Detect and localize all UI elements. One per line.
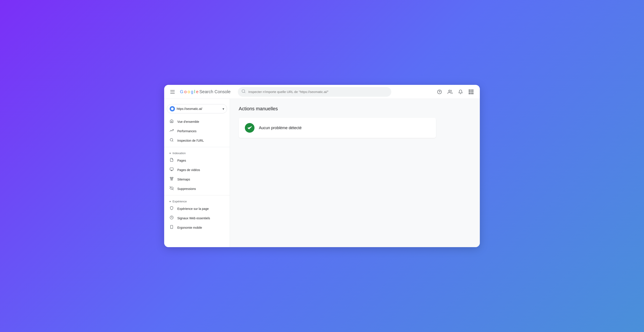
sidebar-item-suppressions-label: Suppressions bbox=[177, 187, 196, 191]
topbar-actions bbox=[435, 88, 476, 96]
sidebar-item-page-experience-label: Expérience sur la page bbox=[177, 207, 209, 210]
nav-divider-1 bbox=[164, 147, 230, 147]
account-button[interactable] bbox=[446, 88, 454, 96]
video-pages-icon bbox=[170, 167, 174, 172]
sidebar-item-url-inspection-label: Inspection de l'URL bbox=[177, 139, 204, 142]
svg-point-5 bbox=[171, 107, 174, 110]
help-button[interactable] bbox=[435, 88, 444, 96]
sidebar-item-video-pages-label: Pages de vidéos bbox=[177, 168, 200, 172]
nav-divider-2 bbox=[164, 195, 230, 195]
search-icon bbox=[241, 89, 246, 95]
sidebar-item-page-experience[interactable]: Expérience sur la page bbox=[164, 204, 227, 213]
sidebar-item-mobile[interactable]: Ergonomie mobile bbox=[164, 223, 227, 232]
experience-chevron-icon: ▾ bbox=[170, 200, 171, 203]
section-experience[interactable]: ▾ Expérience bbox=[164, 197, 230, 204]
sidebar-item-mobile-label: Ergonomie mobile bbox=[177, 226, 202, 229]
logo-o-red: o bbox=[184, 89, 187, 94]
url-inspect-input[interactable] bbox=[248, 90, 388, 94]
app-logo: Google Search Console bbox=[180, 89, 230, 94]
search-nav-icon bbox=[170, 138, 174, 143]
sidebar-item-web-vitals-label: Signaux Web essentiels bbox=[177, 216, 210, 220]
svg-point-4 bbox=[449, 90, 450, 91]
sidebar: https://seomatic.ai/ ▾ Vue d'ensemble bbox=[164, 99, 230, 247]
svg-line-7 bbox=[172, 141, 173, 141]
sidebar-item-pages-label: Pages bbox=[177, 159, 186, 162]
hamburger-button[interactable] bbox=[168, 88, 176, 95]
svg-rect-8 bbox=[170, 168, 174, 170]
section-indexation[interactable]: ▾ Indexation bbox=[164, 149, 230, 156]
site-url: https://seomatic.ai/ bbox=[177, 107, 221, 111]
suppressions-icon bbox=[170, 186, 174, 191]
logo-g-blue: G bbox=[180, 89, 184, 94]
topbar-left: Google Search Console bbox=[168, 88, 234, 95]
site-selector[interactable]: https://seomatic.ai/ ▾ bbox=[167, 104, 227, 113]
section-experience-label: Expérience bbox=[172, 200, 187, 203]
pages-icon bbox=[170, 158, 174, 163]
logo-rest: Search Console bbox=[200, 89, 230, 94]
status-message: Aucun problème détecté bbox=[259, 126, 302, 130]
sidebar-item-pages[interactable]: Pages bbox=[164, 156, 227, 165]
main-content: Actions manuelles Aucun problème détecté bbox=[230, 99, 480, 247]
web-vitals-icon bbox=[170, 216, 174, 221]
sidebar-item-sitemaps-label: Sitemaps bbox=[177, 178, 190, 181]
sidebar-item-web-vitals[interactable]: Signaux Web essentiels bbox=[164, 213, 227, 223]
grid-icon bbox=[469, 90, 474, 94]
sidebar-item-overview[interactable]: Vue d'ensemble bbox=[164, 117, 227, 126]
sidebar-item-video-pages[interactable]: Pages de vidéos bbox=[164, 165, 227, 175]
app-window: Google Search Console bbox=[164, 85, 480, 247]
site-favicon bbox=[170, 106, 175, 111]
section-indexation-label: Indexation bbox=[172, 152, 186, 155]
sidebar-item-overview-label: Vue d'ensemble bbox=[177, 120, 199, 123]
sidebar-item-sitemaps[interactable]: Sitemaps bbox=[164, 175, 227, 184]
status-card: Aucun problème détecté bbox=[239, 118, 436, 138]
status-check-icon bbox=[245, 123, 254, 133]
main-layout: https://seomatic.ai/ ▾ Vue d'ensemble bbox=[164, 99, 480, 247]
logo-e-red: e bbox=[196, 89, 198, 94]
trending-up-icon bbox=[170, 129, 174, 134]
sidebar-item-performances-label: Performances bbox=[177, 129, 196, 133]
page-title: Actions manuelles bbox=[239, 106, 471, 112]
search-bar bbox=[238, 87, 391, 97]
svg-line-1 bbox=[244, 92, 245, 93]
indexation-chevron-icon: ▾ bbox=[170, 152, 171, 155]
mobile-icon bbox=[170, 225, 174, 230]
logo-g-blue2: g bbox=[191, 89, 193, 94]
sidebar-item-url-inspection[interactable]: Inspection de l'URL bbox=[164, 136, 227, 145]
apps-button[interactable] bbox=[467, 88, 476, 96]
page-experience-icon bbox=[170, 206, 174, 211]
home-icon bbox=[170, 119, 174, 124]
topbar: Google Search Console bbox=[164, 85, 480, 99]
site-chevron-icon: ▾ bbox=[222, 107, 224, 111]
sitemaps-icon bbox=[170, 177, 174, 182]
logo-l-green: l bbox=[194, 89, 195, 94]
sidebar-item-performances[interactable]: Performances bbox=[164, 126, 227, 136]
logo-o-yellow: o bbox=[188, 89, 190, 94]
notifications-button[interactable] bbox=[456, 88, 465, 96]
sidebar-item-suppressions[interactable]: Suppressions bbox=[164, 184, 227, 193]
